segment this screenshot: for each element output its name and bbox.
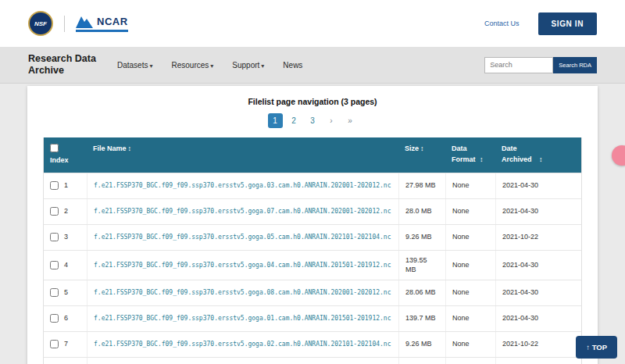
row-index: 3 [64, 232, 68, 242]
page-button-2[interactable]: 2 [287, 113, 302, 128]
page-button-3[interactable]: 3 [305, 113, 320, 128]
file-size: 27.98 MB [398, 173, 445, 198]
table-row: 1 f.e21.FSSP370_BGC.f09_f09.ssp370.ersst… [44, 173, 581, 198]
nav-item-news[interactable]: News [283, 61, 302, 70]
file-format: None [445, 358, 495, 364]
file-size: 139.7 MB [398, 306, 445, 331]
search-rda-button[interactable]: Search RDA [553, 57, 597, 73]
nav-item-support[interactable]: Support▾ [232, 61, 264, 70]
up-arrow-icon: ↑ [586, 343, 590, 352]
file-size: 28.0 MB [398, 199, 445, 224]
row-index: 2 [64, 206, 68, 216]
row-index: 7 [64, 339, 68, 349]
ncar-chevron-icon [76, 16, 93, 28]
ncar-logo[interactable]: NCAR [64, 16, 128, 32]
back-to-top-button[interactable]: ↑ TOP [576, 336, 617, 359]
header-index: Index [44, 137, 87, 173]
file-link[interactable]: f.e21.FSSP370_BGC.f09_f09.ssp370.ersstv5… [94, 207, 391, 216]
site-title[interactable]: Research Data Archive [28, 53, 98, 77]
file-format: None [445, 199, 495, 224]
file-format: None [445, 251, 495, 280]
filelist-card: Filelist page navigation (3 pages) 123›»… [27, 86, 598, 364]
ncar-logo-text: NCAR [97, 16, 128, 27]
file-size: 9.26 MB [398, 225, 445, 250]
content-area: Filelist page navigation (3 pages) 123›»… [0, 84, 625, 364]
ncar-logo-bar [76, 30, 128, 32]
file-link[interactable]: f.e21.FSSP370_BGC.f09_f09.ssp370.ersstv5… [94, 288, 391, 297]
row-checkbox[interactable] [50, 261, 59, 269]
table-row: 4 f.e21.FSSP370_BGC.f09_f09.ssp370.ersst… [44, 250, 581, 280]
pagination: 123›» [43, 113, 582, 128]
chevron-down-icon: ▾ [210, 62, 213, 70]
file-format: None [445, 332, 495, 357]
last-page-button[interactable]: » [343, 113, 358, 128]
table-row: 7 f.e21.FSSP370_BGC.f09_f09.ssp370.ersst… [44, 331, 581, 357]
row-index: 6 [64, 313, 68, 323]
top-header: NSF NCAR Contact Us SIGN IN [0, 0, 625, 47]
row-index: 5 [64, 287, 68, 298]
search-input[interactable] [484, 57, 553, 73]
sort-icon[interactable]: ↕ [480, 155, 484, 163]
file-date: 2021-10-22 [495, 332, 581, 357]
header-index-label: Index [50, 155, 69, 166]
file-size: 28.06 MB [398, 280, 445, 305]
row-checkbox[interactable] [50, 207, 59, 216]
header-data-format[interactable]: Data Format↕ [445, 137, 495, 173]
file-size: 139.55 MB [398, 251, 445, 280]
nav-item-resources[interactable]: Resources▾ [171, 61, 213, 70]
main-nav: Datasets▾ Resources▾ Support▾ News [117, 61, 321, 70]
nav-item-datasets[interactable]: Datasets▾ [117, 61, 152, 70]
sort-icon[interactable]: ↕ [128, 145, 132, 152]
sign-in-button[interactable]: SIGN IN [538, 12, 597, 35]
file-format: None [445, 306, 495, 331]
file-date: 2021-04-30 [495, 280, 581, 305]
row-index: 1 [64, 180, 68, 191]
table-row: 2 f.e21.FSSP370_BGC.f09_f09.ssp370.ersst… [44, 198, 581, 224]
header-file-name[interactable]: File Name↕ [87, 137, 398, 173]
file-date: 2021-04-30 [495, 251, 581, 280]
filelist-table: Index File Name↕ Size↕ Data Format↕ Date… [43, 137, 582, 364]
page: NSF NCAR Contact Us SIGN IN Research Dat… [0, 0, 625, 364]
row-checkbox[interactable] [50, 233, 59, 241]
table-row: 6 f.e21.FSSP370_BGC.f09_f09.ssp370.ersst… [44, 305, 581, 331]
file-date: 2021-04-30 [495, 358, 581, 364]
main-navbar: Research Data Archive Datasets▾ Resource… [0, 47, 625, 84]
file-date: 2021-10-22 [495, 225, 581, 250]
file-link[interactable]: f.e21.FSSP370_BGC.f09_f09.ssp370.ersstv5… [94, 233, 391, 241]
file-format: None [445, 173, 495, 198]
nsf-logo-icon[interactable]: NSF [28, 11, 53, 36]
file-date: 2021-04-30 [495, 306, 581, 331]
row-checkbox[interactable] [50, 340, 59, 348]
file-format: None [445, 225, 495, 250]
file-size: 9.26 MB [398, 332, 445, 357]
contact-us-link[interactable]: Contact Us [484, 20, 520, 27]
file-format: None [445, 280, 495, 305]
chevron-down-icon: ▾ [261, 62, 264, 70]
row-index: 4 [64, 260, 68, 270]
table-row: 5 f.e21.FSSP370_BGC.f09_f09.ssp370.ersst… [44, 280, 581, 305]
table-body: 1 f.e21.FSSP370_BGC.f09_f09.ssp370.ersst… [44, 173, 581, 364]
page-button-1[interactable]: 1 [268, 113, 283, 128]
sort-icon[interactable]: ↕ [420, 145, 424, 152]
header-date-archived[interactable]: Date Archived↕ [495, 137, 581, 173]
next-page-button[interactable]: › [324, 113, 339, 128]
chevron-down-icon: ▾ [149, 62, 152, 70]
sort-icon[interactable]: ↕ [539, 155, 543, 163]
header-size[interactable]: Size↕ [398, 137, 445, 173]
row-checkbox[interactable] [50, 181, 59, 190]
select-all-checkbox[interactable] [50, 144, 59, 152]
file-date: 2021-04-30 [495, 173, 581, 198]
file-link[interactable]: f.e21.FSSP370_BGC.f09_f09.ssp370.ersstv5… [94, 340, 391, 348]
pagination-title: Filelist page navigation (3 pages) [43, 97, 582, 106]
file-link[interactable]: f.e21.FSSP370_BGC.f09_f09.ssp370.ersstv5… [94, 261, 391, 269]
table-row: 3 f.e21.FSSP370_BGC.f09_f09.ssp370.ersst… [44, 224, 581, 250]
file-date: 2021-04-30 [495, 199, 581, 224]
table-header-row: Index File Name↕ Size↕ Data Format↕ Date… [44, 137, 581, 173]
file-size: 139.78 MB [398, 358, 445, 364]
file-link[interactable]: f.e21.FSSP370_BGC.f09_f09.ssp370.ersstv5… [94, 181, 391, 190]
row-checkbox[interactable] [50, 314, 59, 323]
file-link[interactable]: f.e21.FSSP370_BGC.f09_f09.ssp370.ersstv5… [94, 314, 391, 323]
table-row: 8 f.e21.FSSP370_BGC.f09_f09.ssp370.ersst… [44, 357, 581, 364]
row-checkbox[interactable] [50, 288, 59, 297]
